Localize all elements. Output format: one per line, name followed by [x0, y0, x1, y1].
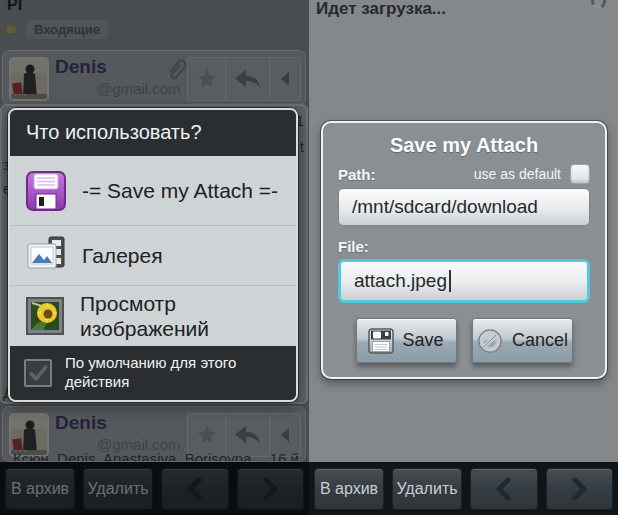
file-input-value: attach.jpeg	[354, 270, 447, 292]
right-screen: Идет загрузка... Save my Attach Path: us…	[309, 0, 618, 515]
chooser-option-label: -= Save my Attach =-	[82, 178, 278, 203]
chevron-left-icon	[495, 478, 513, 500]
text-caret	[449, 270, 451, 292]
loading-status-text: Идет загрузка...	[316, 0, 446, 19]
path-input[interactable]: /mnt/sdcard/download	[338, 188, 590, 226]
chooser-option-label: Галерея	[82, 243, 163, 268]
chooser-dialog-title: Что использовать?	[10, 110, 296, 156]
loading-spinner-icon	[589, 0, 607, 11]
chooser-options-list: -= Save my Attach =- Галерея	[10, 156, 296, 346]
floppy-save-icon	[368, 328, 394, 354]
save-button-label: Save	[402, 330, 443, 351]
gallery-icon	[26, 236, 66, 276]
save-button[interactable]: Save	[356, 318, 457, 363]
save-dialog-title: Save my Attach	[338, 134, 590, 157]
path-label: Path:	[338, 166, 376, 183]
cancel-prohibition-icon	[476, 327, 504, 355]
delete-button[interactable]: Удалить	[392, 468, 462, 510]
save-attach-dialog: Save my Attach Path: use as default /mnt…	[321, 121, 607, 379]
use-by-default-row: По умолчанию для этого действия	[10, 346, 296, 400]
cancel-button-label: Cancel	[512, 330, 568, 351]
use-as-default-label: use as default	[474, 166, 561, 182]
cancel-button[interactable]: Cancel	[472, 318, 573, 363]
default-action-checkbox[interactable]	[24, 359, 52, 387]
floppy-disk-icon	[26, 171, 66, 211]
file-label: File:	[338, 238, 369, 255]
screenshot-stage: PI Входящие ··· Denis	[0, 0, 618, 515]
use-as-default-group: use as default	[474, 164, 590, 184]
chevron-right-icon	[570, 478, 588, 500]
older-message-button[interactable]	[546, 468, 614, 510]
path-input-value: /mnt/sdcard/download	[352, 196, 538, 218]
default-action-checkbox-label: По умолчанию для этого действия	[65, 354, 245, 392]
newer-message-button[interactable]	[470, 468, 538, 510]
chooser-option-save-my-attach[interactable]: -= Save my Attach =-	[10, 156, 296, 226]
chooser-option-gallery[interactable]: Галерея	[10, 226, 296, 286]
left-screen: PI Входящие ··· Denis	[0, 0, 309, 515]
archive-button[interactable]: В архив	[314, 468, 384, 510]
app-chooser-dialog: Что использовать? -= Save my Attach =-	[8, 108, 298, 402]
bottom-action-bar-right: В архив Удалить	[309, 462, 618, 515]
use-as-default-checkbox[interactable]	[570, 164, 590, 184]
chooser-option-image-viewer[interactable]: Просмотр изображений	[10, 286, 296, 346]
file-input[interactable]: attach.jpeg	[338, 259, 590, 303]
image-viewer-icon	[26, 297, 64, 335]
checkmark-icon	[27, 362, 49, 384]
chooser-option-label: Просмотр изображений	[80, 291, 240, 341]
